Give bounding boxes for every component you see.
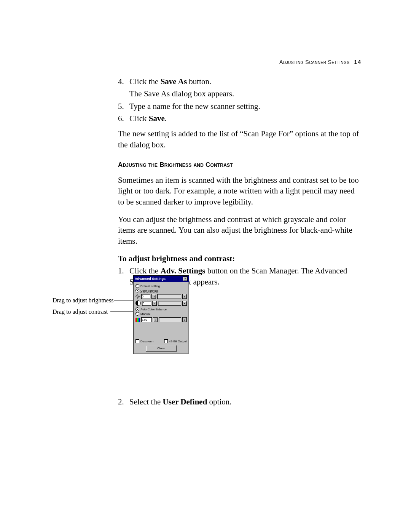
step-4-sub: The Save As dialog box appears. (118, 88, 362, 99)
checkbox-42bit-output[interactable]: 42-Bit Output (164, 339, 187, 343)
radio-icon (135, 289, 139, 292)
radio-icon (135, 307, 139, 311)
paragraph-b2: You can adjust the brightness and contra… (118, 214, 362, 246)
scroll-left-button[interactable]: ◂ (153, 317, 158, 322)
step-text: The Save As dialog box appears. (129, 88, 362, 99)
dialog-body: Default setting User defined 0 ◂ ▸ (134, 282, 189, 354)
step-number (118, 88, 129, 99)
checkbox-icon (164, 339, 168, 343)
color-track[interactable] (159, 317, 181, 322)
steps-list-b2: 2. Select the User Defined option. (118, 396, 362, 407)
color-value[interactable]: 1.00 (141, 317, 152, 322)
contrast-icon (135, 300, 141, 306)
contrast-track[interactable] (158, 301, 181, 306)
step-number: 1. (118, 265, 129, 287)
checkbox-descreen[interactable]: Descreen (135, 339, 153, 343)
step-6: 6. Click Save. (118, 113, 362, 124)
brightness-icon (135, 294, 140, 299)
svg-line-7 (136, 297, 137, 298)
callout-brightness: Drag to adjust brightness (53, 297, 113, 304)
header-title: Adjusting Scanner Settings (279, 59, 349, 65)
steps-list-a: 4. Click the Save As button. The Save As… (118, 76, 362, 124)
radio-label: Auto Color Balance (140, 308, 167, 311)
scroll-right-button[interactable]: ▸ (182, 294, 187, 299)
step-b2: 2. Select the User Defined option. (118, 396, 362, 407)
checkbox-label: 42-Bit Output (169, 340, 187, 343)
step-text: Select the User Defined option. (129, 396, 362, 407)
radio-icon (135, 284, 139, 288)
dialog-checkbox-row: Descreen 42-Bit Output (135, 339, 187, 343)
brightness-track[interactable] (157, 294, 181, 299)
step-text: Type a name for the new scanner setting. (129, 101, 362, 112)
radio-label: Default setting (140, 284, 160, 288)
paragraph-after-steps: The new setting is added to the list of … (118, 128, 362, 150)
dialog-title: Advanced Settings (135, 277, 166, 281)
step-number: 5. (118, 101, 129, 112)
brightness-slider-row: 0 ◂ ▸ (135, 294, 187, 299)
paragraph-b1: Sometimes an item is scanned with the br… (118, 175, 362, 207)
radio-user-defined[interactable]: User defined (135, 289, 187, 292)
step-text: Click Save. (129, 113, 362, 124)
contrast-slider-row: 0 ◂ ▸ (135, 300, 187, 306)
scroll-left-button[interactable]: ◂ (152, 301, 157, 306)
dialog-spacer (135, 324, 187, 338)
contrast-value[interactable]: 0 (142, 301, 151, 306)
section-heading: Adjusting the Brightness and Contrast (118, 161, 362, 169)
svg-line-8 (139, 295, 139, 296)
scroll-right-button[interactable]: ▸ (182, 301, 187, 306)
checkbox-icon (135, 339, 139, 343)
callout-contrast: Drag to adjust contrast (53, 308, 108, 315)
svg-line-5 (136, 295, 137, 296)
radio-default-setting[interactable]: Default setting (135, 284, 187, 288)
dialog-window: Advanced Settings × Default setting User… (133, 275, 189, 354)
page-number: 14 (354, 59, 362, 65)
radio-label: Manual (140, 312, 150, 316)
color-slider-row: 1.00 ◂ ▸ (135, 317, 187, 322)
radio-auto-color-balance[interactable]: Auto Color Balance (135, 307, 187, 311)
step-number: 2. (118, 396, 129, 407)
advanced-settings-dialog: Advanced Settings × Default setting User… (133, 275, 189, 354)
step-text: Click the Save As button. (129, 76, 362, 87)
subheading-adjust: To adjust brightness and contrast: (118, 253, 362, 264)
page: Adjusting Scanner Settings 14 4. Click t… (0, 0, 411, 532)
close-button[interactable]: Close (146, 345, 177, 351)
page-header: Adjusting Scanner Settings 14 (279, 59, 362, 65)
svg-line-6 (139, 297, 139, 298)
step-5: 5. Type a name for the new scanner setti… (118, 101, 362, 112)
color-balance-icon (135, 318, 140, 322)
dialog-titlebar[interactable]: Advanced Settings × (134, 276, 189, 282)
step-4: 4. Click the Save As button. (118, 76, 362, 87)
step-number: 4. (118, 76, 129, 87)
brightness-value[interactable]: 0 (141, 294, 150, 299)
scroll-right-button[interactable]: ▸ (182, 317, 187, 322)
checkbox-label: Descreen (140, 340, 153, 343)
radio-icon (135, 312, 139, 316)
content: 4. Click the Save As button. The Save As… (118, 76, 362, 412)
radio-label: User defined (140, 289, 158, 292)
radio-manual[interactable]: Manual (135, 312, 187, 316)
svg-point-0 (137, 296, 139, 297)
close-icon[interactable]: × (183, 276, 188, 281)
step-number: 6. (118, 113, 129, 124)
scroll-left-button[interactable]: ◂ (151, 294, 156, 299)
